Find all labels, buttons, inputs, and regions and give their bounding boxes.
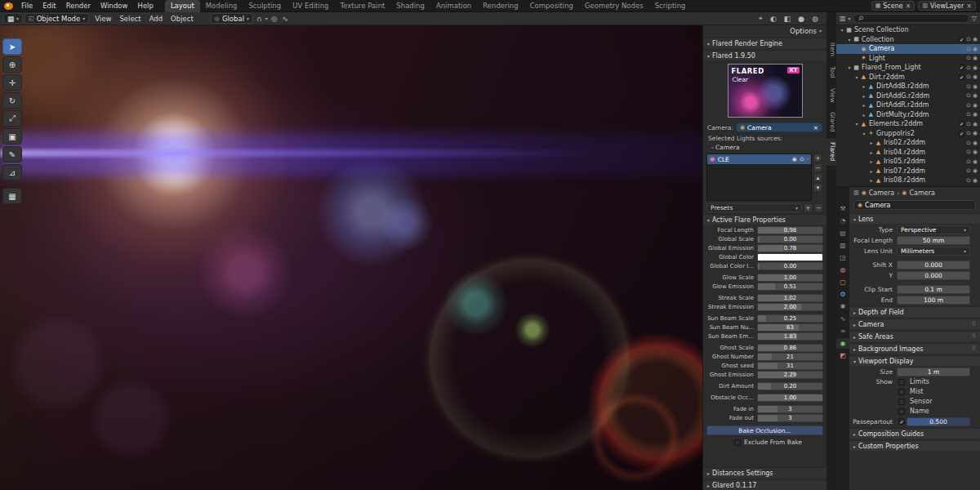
panel-header-custom-properties[interactable]: ▸Custom Properties bbox=[849, 440, 980, 451]
close-icon[interactable]: × bbox=[906, 2, 911, 10]
camera-visibility-icon[interactable]: ◉ bbox=[973, 149, 978, 155]
viewport-menu-add[interactable]: Add bbox=[145, 15, 167, 23]
outliner-search-input[interactable]: ⚲ bbox=[853, 14, 969, 23]
viewport-menu-select[interactable]: Select bbox=[115, 15, 145, 23]
properties-tab-scene[interactable]: ◲ bbox=[836, 252, 849, 263]
tool-rotate[interactable]: ↻ bbox=[2, 92, 22, 109]
eye-icon[interactable]: ⊙ bbox=[966, 167, 971, 174]
eye-icon[interactable]: ⊙ bbox=[966, 36, 971, 42]
value-slider[interactable]: 1.02 bbox=[757, 294, 823, 302]
eye-icon[interactable]: ⊙ bbox=[966, 74, 971, 80]
viewport-menu-object[interactable]: Object bbox=[167, 15, 198, 23]
outliner-row-scene-collection[interactable]: ▾▦Scene Collection bbox=[836, 25, 980, 35]
outliner-row-iris02-r2ddm[interactable]: ▸▲Iris02.r2ddm⊙◉ bbox=[836, 138, 980, 148]
shading-solid-icon[interactable]: ● bbox=[796, 15, 806, 23]
passepartout-checkbox[interactable] bbox=[898, 418, 905, 425]
tool-select-box[interactable]: ➤ bbox=[2, 38, 22, 55]
eye-icon[interactable]: ⊙ bbox=[966, 65, 971, 71]
camera-visibility-icon[interactable]: ◉ bbox=[973, 36, 978, 42]
tool-scale[interactable]: ⤢ bbox=[2, 110, 22, 127]
value-slider[interactable]: 31 bbox=[757, 362, 823, 370]
type-dropdown[interactable]: Perspective▾ bbox=[897, 225, 970, 234]
eye-icon[interactable]: ⊙ bbox=[966, 177, 971, 184]
lens-unit-dropdown[interactable]: Millimeters▾ bbox=[897, 247, 970, 256]
camera-datablock-field[interactable]: ◉ Camera bbox=[853, 200, 976, 210]
value-slider[interactable]: 0.51 bbox=[757, 283, 823, 291]
eye-icon[interactable]: ⊙ bbox=[800, 156, 804, 163]
menu-file[interactable]: File bbox=[16, 0, 38, 12]
value-slider[interactable]: 0.25 bbox=[757, 314, 823, 323]
properties-tab-object-data[interactable]: ◉ bbox=[836, 338, 849, 349]
workspace-tab-sculpting[interactable]: Sculpting bbox=[243, 0, 287, 12]
workspace-tab-scripting[interactable]: Scripting bbox=[649, 0, 692, 12]
outliner-row-dirtaddr-r2ddm[interactable]: ▸▲DirtAddR.r2ddm⊙◉ bbox=[836, 100, 980, 110]
expand-toggle-icon[interactable]: ▾ bbox=[846, 37, 853, 42]
properties-tab-render[interactable]: ◔ bbox=[836, 216, 849, 226]
properties-editor-icon[interactable]: ▥ bbox=[853, 189, 859, 196]
value-slider[interactable]: 2.29 bbox=[757, 371, 823, 379]
proportional-editing-icon[interactable]: ◎ bbox=[270, 15, 279, 23]
expand-toggle-icon[interactable]: ▸ bbox=[868, 168, 875, 174]
properties-tab-view-layer[interactable]: ▥ bbox=[836, 240, 849, 251]
include-checkbox[interactable] bbox=[959, 121, 964, 127]
panel-header-safe-areas[interactable]: ▸Safe Areas⠿ bbox=[849, 331, 980, 341]
expand-toggle-icon[interactable]: ▸ bbox=[861, 83, 867, 89]
toggle-checkbox-sensor[interactable] bbox=[898, 399, 905, 405]
panel-header-active-flare-properties[interactable]: ▾ Active Flare Properties bbox=[703, 214, 826, 225]
camera-visibility-icon[interactable]: ◉ bbox=[973, 74, 978, 80]
eye-icon[interactable]: ⊙ bbox=[966, 140, 971, 146]
preset-remove-button[interactable]: − bbox=[814, 203, 823, 212]
value-slider[interactable]: 0.00 bbox=[757, 235, 823, 243]
eye-icon[interactable]: ⊙ bbox=[966, 92, 971, 99]
panel-header-background-images[interactable]: ▸Background Images⠿ bbox=[849, 343, 980, 354]
properties-tab-tool[interactable]: ⚒ bbox=[836, 203, 849, 214]
dot-icon[interactable]: · bbox=[807, 156, 808, 163]
outliner-row-iris07-r2ddm[interactable]: ▸▲Iris07.r2ddm⊙◉ bbox=[836, 167, 980, 176]
properties-tab-particles[interactable]: ✱ bbox=[836, 301, 849, 312]
expand-toggle-icon[interactable]: ▸ bbox=[861, 102, 867, 108]
focal-length-field[interactable]: 50 mm bbox=[897, 236, 970, 245]
camera-visibility-icon[interactable]: ◉ bbox=[973, 177, 978, 184]
panel-header-lens[interactable]: ▾ Lens bbox=[849, 213, 980, 224]
outliner-row-iris08-r2ddm[interactable]: ▸▲Iris08.r2ddm⊙◉ bbox=[836, 176, 980, 185]
blender-logo-icon[interactable] bbox=[4, 2, 13, 10]
properties-tab-object[interactable]: ▢ bbox=[836, 277, 849, 287]
expand-toggle-icon[interactable]: ▸ bbox=[861, 112, 867, 118]
include-checkbox[interactable] bbox=[959, 131, 964, 136]
outliner-row-gruppoiris2[interactable]: ▾+GruppoIris2⊙◉ bbox=[836, 129, 980, 139]
camera-visibility-icon[interactable]: ◉ bbox=[973, 121, 978, 127]
editor-type-button[interactable]: ▦▾ bbox=[3, 13, 23, 24]
bake-occlusion-button[interactable]: Bake Occlusion... bbox=[706, 425, 823, 435]
add-flare-button[interactable]: + bbox=[813, 154, 822, 163]
camera-visibility-icon[interactable]: ◉ bbox=[973, 65, 978, 71]
eye-icon[interactable]: ⊙ bbox=[966, 55, 971, 61]
camera-visibility-icon[interactable]: ◉ bbox=[973, 130, 978, 136]
toggle-checkbox-mist[interactable] bbox=[898, 389, 905, 395]
value-slider[interactable]: 3 bbox=[757, 414, 823, 422]
expand-toggle-icon[interactable]: ▸ bbox=[868, 149, 875, 155]
expand-toggle-icon[interactable]: ▾ bbox=[853, 121, 860, 127]
outliner-row-elements-r2ddm[interactable]: ▾▲Elements.r2ddm⊙◉ bbox=[836, 119, 980, 129]
properties-tab-material[interactable]: ◩ bbox=[836, 350, 849, 361]
value-slider[interactable]: 1.00 bbox=[757, 274, 823, 282]
expand-toggle-icon[interactable]: ▸ bbox=[861, 93, 867, 99]
value-slider[interactable]: 0.98 bbox=[757, 226, 823, 234]
size-field[interactable]: 1 m bbox=[897, 368, 970, 376]
side-tab-flared[interactable]: Flared bbox=[826, 138, 836, 165]
outliner-row-dirt-r2ddm[interactable]: ▾▲Dirt.r2ddm⊙◉ bbox=[836, 73, 980, 82]
camera-visibility-icon[interactable]: ◉ bbox=[973, 92, 978, 99]
tool-measure[interactable]: ⊿ bbox=[2, 164, 22, 180]
passepartout-slider[interactable]: 0.500 bbox=[906, 417, 970, 426]
panel-header-viewport-display[interactable]: ▾ Viewport Display bbox=[849, 355, 980, 366]
value-slider[interactable]: 1.00 bbox=[757, 394, 823, 402]
toggle-checkbox-name[interactable] bbox=[898, 408, 905, 415]
panel-header-glared[interactable]: ▸ Glared 0.1.17 bbox=[703, 479, 826, 490]
preset-add-button[interactable]: + bbox=[804, 203, 813, 212]
clip-start-field[interactable]: 0.1 m bbox=[897, 285, 970, 294]
side-tab-item[interactable]: Item bbox=[826, 38, 836, 60]
workspace-tab-uv-editing[interactable]: UV Editing bbox=[287, 0, 334, 12]
panel-header-flared-render-engine[interactable]: ▾ Flared Render Engine bbox=[703, 38, 826, 48]
flare-list-item[interactable]: ✺ CLE ◉ ⊙ · bbox=[707, 154, 811, 164]
move-down-button[interactable]: ▾ bbox=[813, 183, 822, 192]
outliner-row-camera[interactable]: ◉Camera⊙◉ bbox=[836, 44, 980, 54]
